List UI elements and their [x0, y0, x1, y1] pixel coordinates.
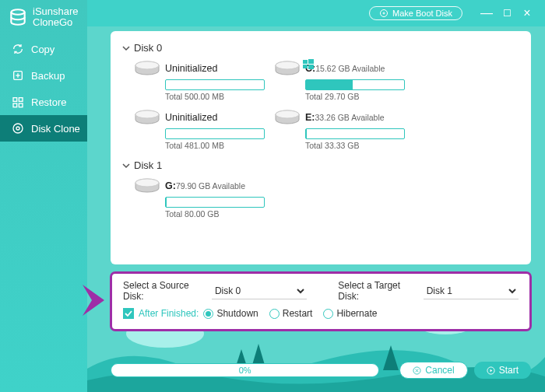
- volume-title: C:15.62 GB Available: [305, 63, 385, 74]
- disk-group-header[interactable]: Disk 0: [121, 42, 520, 54]
- radio-label: Shutdown: [216, 308, 258, 319]
- svg-point-11: [383, 12, 385, 14]
- app-logo: iSunshareCloneGo: [0, 0, 87, 36]
- volume-item[interactable]: C:15.62 GB AvailableTotal 29.70 GB: [274, 60, 405, 101]
- volume-title: E:33.26 GB Available: [305, 112, 385, 123]
- minimize-button[interactable]: —: [476, 6, 497, 20]
- logo-icon: [8, 7, 28, 27]
- svg-marker-31: [83, 285, 104, 316]
- close-button[interactable]: ×: [517, 6, 537, 20]
- svg-point-30: [135, 179, 159, 187]
- svg-rect-24: [308, 65, 314, 69]
- drive-icon: [274, 109, 301, 126]
- radio-icon: [323, 309, 333, 319]
- radio-restart[interactable]: Restart: [269, 308, 313, 319]
- callout-arrow-icon: [81, 283, 107, 317]
- svg-point-9: [16, 127, 19, 130]
- svg-point-26: [135, 110, 159, 118]
- svg-point-8: [13, 124, 23, 133]
- radio-icon: [203, 309, 213, 319]
- volume-total: Total 500.00 MB: [165, 92, 265, 101]
- chevron-down-icon: [121, 44, 131, 53]
- source-disk-select[interactable]: Disk 0: [212, 283, 307, 299]
- radio-label: Restart: [283, 308, 313, 319]
- windows-icon: [302, 58, 315, 74]
- volume-total: Total 481.00 MB: [165, 141, 265, 150]
- progress-bar: 0%: [111, 363, 379, 377]
- svg-rect-4: [13, 98, 17, 102]
- nav-item-label: Restore: [31, 96, 67, 108]
- usage-bar: [165, 197, 265, 208]
- svg-marker-34: [490, 369, 492, 372]
- sidebar: iSunshareCloneGo CopyBackupRestoreDisk C…: [0, 0, 87, 392]
- radio-shutdown[interactable]: Shutdown: [203, 308, 258, 319]
- volume-total: Total 29.70 GB: [305, 92, 405, 101]
- usage-bar: [165, 128, 265, 139]
- svg-rect-6: [13, 103, 17, 107]
- after-finished-checkbox[interactable]: [123, 308, 134, 319]
- volume-item[interactable]: E:33.26 GB AvailableTotal 33.33 GB: [274, 109, 405, 150]
- drive-icon: [134, 177, 160, 194]
- svg-point-28: [276, 110, 299, 118]
- volume-item[interactable]: UninitializedTotal 500.00 MB: [134, 60, 265, 101]
- start-button[interactable]: Start: [474, 362, 531, 379]
- target-disk-label: Select a Target Disk:: [338, 280, 418, 302]
- volume-item[interactable]: UninitializedTotal 481.00 MB: [134, 109, 265, 150]
- disk-group-header[interactable]: Disk 1: [121, 159, 520, 171]
- disk-name: Disk 0: [134, 42, 162, 54]
- nav-item-copy[interactable]: Copy: [0, 36, 87, 62]
- radio-label: Hibernate: [336, 308, 377, 319]
- usage-bar: [305, 128, 405, 139]
- volume-title: G:79.90 GB Available: [165, 180, 245, 191]
- disk-name: Disk 1: [134, 159, 162, 171]
- titlebar: Make Boot Disk — ☐ ×: [87, 0, 545, 26]
- drive-icon: [274, 60, 301, 77]
- svg-rect-5: [19, 98, 23, 102]
- nav-item-label: Copy: [31, 44, 54, 55]
- usage-bar: [165, 79, 265, 90]
- volume-item[interactable]: G:79.90 GB AvailableTotal 80.00 GB: [134, 177, 265, 219]
- svg-rect-21: [303, 60, 308, 64]
- nav-item-backup[interactable]: Backup: [0, 62, 87, 89]
- nav-item-label: Disk Clone: [31, 123, 80, 135]
- radio-icon: [269, 309, 280, 319]
- svg-point-0: [11, 9, 24, 15]
- copy-icon: [11, 42, 25, 56]
- nav-item-diskclone[interactable]: Disk Clone: [0, 115, 87, 142]
- diskclone-icon: [11, 121, 25, 135]
- bottom-bar: 0% Cancel Start: [111, 358, 531, 383]
- volume-title: Uninitialized: [165, 63, 217, 74]
- disk-list-panel: Disk 0UninitializedTotal 500.00 MBC:15.6…: [111, 31, 531, 264]
- disc-icon: [379, 9, 389, 18]
- cancel-button[interactable]: Cancel: [399, 362, 467, 379]
- options-panel: Select a Source Disk: Disk 0 Select a Ta…: [111, 272, 531, 331]
- volume-title: Uninitialized: [165, 112, 217, 123]
- backup-icon: [11, 68, 25, 82]
- svg-rect-22: [308, 59, 314, 64]
- progress-label: 0%: [111, 364, 378, 376]
- svg-point-10: [380, 10, 387, 17]
- restore-icon: [11, 95, 25, 109]
- after-finished-label: After Finished:: [139, 308, 199, 319]
- volume-total: Total 33.33 GB: [305, 141, 405, 150]
- usage-bar: [305, 79, 405, 90]
- svg-rect-7: [19, 103, 23, 107]
- nav-item-restore[interactable]: Restore: [0, 89, 87, 115]
- nav-item-label: Backup: [31, 70, 65, 82]
- drive-icon: [134, 109, 160, 126]
- drive-icon: [134, 60, 160, 77]
- svg-rect-23: [303, 65, 308, 68]
- source-disk-label: Select a Source Disk:: [123, 280, 207, 302]
- make-boot-disk-button[interactable]: Make Boot Disk: [369, 6, 462, 20]
- radio-hibernate[interactable]: Hibernate: [323, 308, 377, 319]
- maximize-button[interactable]: ☐: [497, 8, 517, 19]
- volume-total: Total 80.00 GB: [165, 209, 265, 219]
- cancel-icon: [413, 366, 421, 375]
- play-icon: [487, 366, 495, 375]
- chevron-down-icon: [121, 161, 131, 170]
- svg-point-18: [135, 61, 159, 69]
- main-area: Disk 0UninitializedTotal 500.00 MBC:15.6…: [87, 26, 545, 392]
- target-disk-select[interactable]: Disk 1: [424, 283, 519, 299]
- svg-point-20: [276, 61, 299, 69]
